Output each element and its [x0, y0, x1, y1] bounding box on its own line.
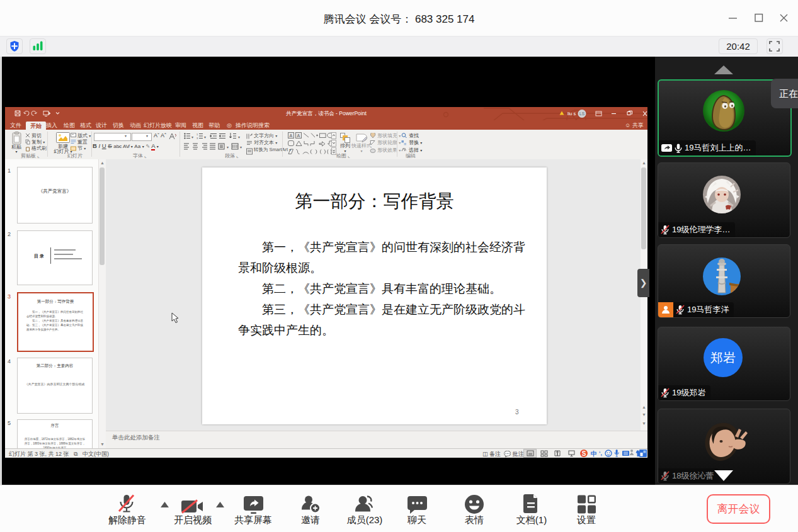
svg-text:S: S [582, 450, 586, 457]
svg-text:A: A [290, 133, 293, 138]
svg-text:ʻ,: ʻ, [599, 450, 602, 456]
svg-text:liu s: liu s [567, 111, 576, 116]
svg-text:▾: ▾ [238, 135, 240, 139]
svg-text:A: A [297, 133, 300, 138]
svg-text:▾: ▾ [204, 135, 206, 139]
svg-text:3: 3 [197, 137, 198, 139]
svg-text:LS: LS [579, 111, 585, 116]
svg-text:▾: ▾ [227, 145, 229, 149]
svg-text:▾: ▾ [240, 145, 242, 149]
svg-text:▾: ▾ [191, 135, 193, 139]
svg-text:中: 中 [591, 450, 597, 457]
svg-text:1: 1 [197, 133, 198, 136]
